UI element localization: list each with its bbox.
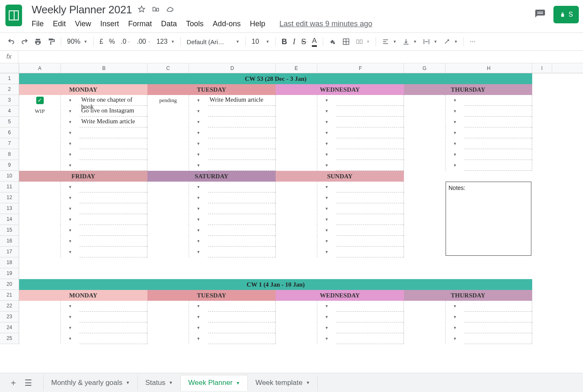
status-cell[interactable]	[276, 301, 317, 312]
task-cell[interactable]	[336, 106, 404, 117]
horizontal-align-button[interactable]: ▼	[379, 36, 399, 47]
task-cell[interactable]	[80, 333, 147, 344]
row-header[interactable]: 21	[0, 290, 19, 301]
dropdown-cell[interactable]: ▼	[189, 138, 208, 149]
task-cell[interactable]	[336, 322, 404, 333]
dropdown-cell[interactable]: ▼	[61, 182, 80, 192]
dropdown-cell[interactable]: ▼	[189, 160, 208, 171]
formula-input[interactable]	[18, 51, 583, 63]
task-cell[interactable]	[464, 312, 532, 322]
dropdown-cell[interactable]: ▼	[317, 333, 336, 344]
task-cell[interactable]	[336, 95, 404, 106]
row-header[interactable]: 16	[0, 236, 19, 247]
dropdown-cell[interactable]: ▼	[61, 192, 80, 203]
move-icon[interactable]	[152, 5, 159, 14]
task-cell[interactable]	[464, 106, 532, 117]
status-cell[interactable]	[19, 138, 61, 149]
comment-icon[interactable]	[534, 9, 546, 20]
task-cell[interactable]	[80, 138, 147, 149]
dropdown-cell[interactable]: ▼	[317, 301, 336, 312]
status-cell[interactable]	[19, 247, 61, 257]
status-cell[interactable]	[147, 333, 189, 344]
task-cell[interactable]	[208, 301, 275, 312]
status-cell[interactable]	[147, 247, 189, 257]
status-cell[interactable]	[147, 127, 189, 138]
dropdown-cell[interactable]: ▼	[317, 127, 336, 138]
menu-file[interactable]: File	[32, 20, 44, 28]
status-cell[interactable]	[147, 149, 189, 160]
spreadsheet-grid[interactable]: ABCDEFGHI 123456789101112131415161718192…	[0, 63, 583, 347]
select-all-corner[interactable]	[0, 63, 19, 73]
status-cell[interactable]	[147, 182, 189, 192]
status-cell[interactable]	[404, 301, 446, 312]
row-header[interactable]: 23	[0, 312, 19, 322]
row-header[interactable]: 9	[0, 160, 19, 171]
status-cell[interactable]	[276, 149, 317, 160]
dropdown-cell[interactable]: ▼	[189, 333, 208, 344]
day-header-sat[interactable]: SATURDAY	[147, 171, 276, 182]
task-cell[interactable]	[336, 312, 404, 322]
row-header[interactable]: 25	[0, 333, 19, 344]
task-cell[interactable]	[336, 333, 404, 344]
task-cell[interactable]	[208, 203, 275, 214]
status-cell[interactable]	[147, 214, 189, 225]
dropdown-cell[interactable]: ▼	[446, 301, 464, 312]
task-cell[interactable]	[208, 182, 275, 192]
task-cell[interactable]	[208, 149, 275, 160]
dropdown-cell[interactable]: ▼	[446, 322, 464, 333]
dropdown-cell[interactable]: ▼	[317, 322, 336, 333]
dropdown-cell[interactable]: ▼	[189, 312, 208, 322]
col-header[interactable]: G	[404, 63, 446, 73]
task-cell[interactable]: Go live on Instagram	[80, 106, 147, 117]
task-cell[interactable]	[208, 192, 275, 203]
menu-data[interactable]: Data	[161, 20, 177, 28]
task-cell[interactable]: Write Medium article	[80, 117, 147, 127]
dropdown-cell[interactable]: ▼	[317, 160, 336, 171]
dropdown-cell[interactable]: ▼	[189, 203, 208, 214]
week-title[interactable]: CW 53 (28 Dec - 3 Jan)	[19, 73, 532, 84]
status-cell[interactable]	[276, 127, 317, 138]
task-cell[interactable]	[80, 225, 147, 236]
status-cell[interactable]	[147, 312, 189, 322]
status-cell[interactable]	[404, 106, 446, 117]
dropdown-cell[interactable]: ▼	[61, 333, 80, 344]
status-cell[interactable]	[19, 203, 61, 214]
task-cell[interactable]	[208, 160, 275, 171]
last-edit[interactable]: Last edit was 9 minutes ago	[279, 20, 372, 28]
row-header[interactable]: 4	[0, 106, 19, 117]
more-toolbar-button[interactable]: ⋯	[467, 37, 478, 47]
row-header[interactable]: 22	[0, 301, 19, 312]
row-header[interactable]: 13	[0, 203, 19, 214]
dropdown-cell[interactable]: ▼	[189, 214, 208, 225]
dropdown-cell[interactable]: ▼	[61, 301, 80, 312]
task-cell[interactable]	[208, 225, 275, 236]
task-cell[interactable]	[336, 117, 404, 127]
col-header[interactable]: A	[19, 63, 61, 73]
task-cell[interactable]	[208, 117, 275, 127]
dropdown-cell[interactable]: ▼	[446, 95, 464, 106]
row-headers[interactable]: 1234567891011121314151617181920212223242…	[0, 73, 19, 344]
status-cell[interactable]	[19, 160, 61, 171]
day-header-thu2[interactable]: THURSDAY	[404, 290, 532, 301]
task-cell[interactable]	[336, 182, 404, 192]
task-cell[interactable]	[208, 127, 275, 138]
task-cell[interactable]	[208, 247, 275, 257]
task-cell[interactable]	[208, 322, 275, 333]
dropdown-cell[interactable]: ▼	[446, 312, 464, 322]
status-cell[interactable]	[276, 95, 317, 106]
dropdown-cell[interactable]: ▼	[189, 106, 208, 117]
day-header-mon[interactable]: MONDAY	[19, 84, 147, 95]
dropdown-cell[interactable]: ▼	[61, 214, 80, 225]
dropdown-cell[interactable]: ▼	[317, 149, 336, 160]
task-cell[interactable]: Write one chapter of book	[80, 95, 147, 106]
dropdown-cell[interactable]: ▼	[61, 322, 80, 333]
strike-button[interactable]: S	[299, 36, 309, 48]
status-cell[interactable]	[147, 117, 189, 127]
cells-area[interactable]: CW 53 (28 Dec - 3 Jan) MONDAY TUESDAY WE…	[19, 73, 583, 347]
status-cell[interactable]: pending	[147, 95, 189, 106]
status-cell[interactable]	[147, 225, 189, 236]
status-cell[interactable]	[19, 127, 61, 138]
task-cell[interactable]	[464, 160, 532, 171]
task-cell[interactable]	[80, 214, 147, 225]
task-cell[interactable]	[80, 203, 147, 214]
